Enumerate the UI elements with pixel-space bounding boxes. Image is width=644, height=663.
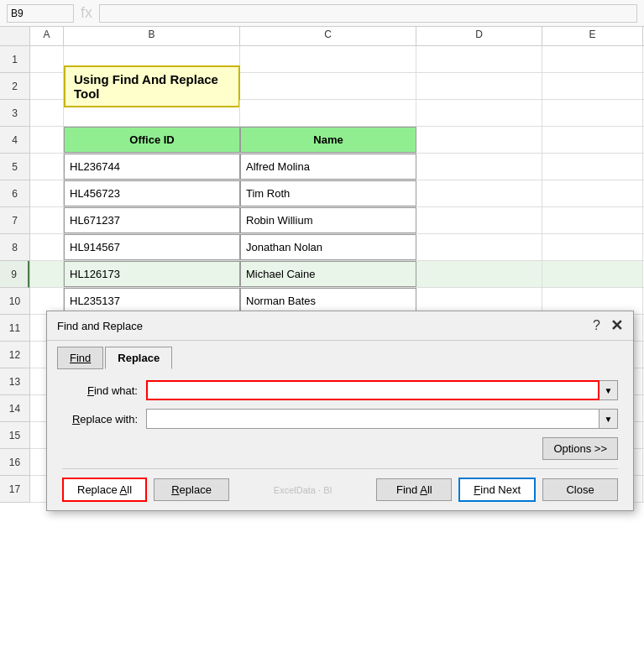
row-num-17[interactable]: 17	[0, 476, 29, 503]
cell-d5[interactable]	[416, 154, 542, 180]
replace-with-input-wrap: ▼	[146, 409, 618, 429]
cell-c4-header[interactable]: Name	[240, 127, 416, 153]
tab-find[interactable]: Find	[57, 347, 103, 369]
replace-with-input[interactable]	[146, 409, 599, 429]
row-num-2[interactable]: 2	[0, 73, 29, 100]
replace-all-button[interactable]: Replace All	[62, 478, 147, 502]
tab-find-label: Find	[70, 352, 91, 364]
cell-b8[interactable]: HL914567	[64, 234, 240, 260]
cell-b4-header[interactable]: Office ID	[64, 127, 240, 153]
cell-e1[interactable]	[542, 46, 643, 72]
cell-d8[interactable]	[416, 234, 542, 260]
cell-a9[interactable]	[30, 261, 64, 287]
cell-c8[interactable]: Jonathan Nolan	[240, 234, 416, 260]
cell-d4[interactable]	[416, 127, 542, 153]
row-num-16[interactable]: 16	[0, 449, 29, 476]
col-header-e[interactable]: E	[542, 27, 643, 45]
cell-e8[interactable]	[542, 234, 643, 260]
dialog-title-bar: Find and Replace ? ✕	[47, 311, 633, 341]
cell-d3[interactable]	[416, 100, 542, 126]
help-icon[interactable]: ?	[593, 318, 600, 333]
row-num-11[interactable]: 11	[0, 315, 29, 342]
col-header-d[interactable]: D	[416, 27, 542, 45]
row-num-3[interactable]: 3	[0, 100, 29, 127]
cell-a3[interactable]	[30, 100, 64, 126]
row-num-7[interactable]: 7	[0, 207, 29, 234]
cell-c9[interactable]: Michael Caine	[240, 261, 416, 287]
row-num-8[interactable]: 8	[0, 234, 29, 261]
cell-b3[interactable]	[64, 100, 240, 126]
dialog-body: Find what: ▼ Replace with: ▼ Options >> …	[47, 368, 633, 510]
cell-e2[interactable]	[542, 73, 643, 99]
cell-d9[interactable]	[416, 261, 542, 287]
table-row: Using Find And Replace Tool	[30, 73, 644, 100]
col-header-c[interactable]: C	[240, 27, 416, 45]
cell-e4[interactable]	[542, 127, 643, 153]
cell-d7[interactable]	[416, 207, 542, 233]
name-box[interactable]: B9	[7, 4, 74, 23]
cell-c3[interactable]	[240, 100, 416, 126]
row-num-9[interactable]: 9	[0, 261, 29, 288]
cell-a6[interactable]	[30, 180, 64, 206]
cell-b6[interactable]: HL456723	[64, 180, 240, 206]
cell-e3[interactable]	[542, 100, 643, 126]
cell-e6[interactable]	[542, 180, 643, 206]
cell-a8[interactable]	[30, 234, 64, 260]
cell-a2[interactable]	[30, 73, 64, 99]
cell-c6[interactable]: Tim Roth	[240, 180, 416, 206]
row-num-6[interactable]: 6	[0, 180, 29, 207]
cell-d2[interactable]	[416, 73, 542, 99]
cell-d1[interactable]	[416, 46, 542, 72]
tab-replace[interactable]: Replace	[105, 347, 172, 369]
find-next-button[interactable]: Find Next	[458, 478, 536, 502]
cell-b7[interactable]: HL671237	[64, 207, 240, 233]
replace-button[interactable]: Replace	[154, 478, 229, 501]
table-row: HL671237 Robin Willium	[30, 207, 644, 234]
row-num-15[interactable]: 15	[0, 422, 29, 449]
table-row	[30, 100, 644, 127]
cell-a5[interactable]	[30, 154, 64, 180]
find-all-button[interactable]: Find All	[376, 478, 452, 501]
cell-e9[interactable]	[542, 261, 643, 287]
cell-a4[interactable]	[30, 127, 64, 153]
cell-e7[interactable]	[542, 207, 643, 233]
col-header-b[interactable]: B	[64, 27, 240, 45]
table-row: HL126173 Michael Caine	[30, 261, 644, 288]
row-num-12[interactable]: 12	[0, 342, 29, 368]
cell-e5[interactable]	[542, 154, 643, 180]
row-numbers: 1 2 3 4 5 6 7 8 9 10 11 12 13 14 15 16 1…	[0, 46, 30, 503]
row-num-5[interactable]: 5	[0, 154, 29, 180]
replace-with-label: Replace with:	[62, 413, 146, 425]
watermark-text: ExcelData · BI	[274, 485, 332, 495]
cell-c2[interactable]	[240, 73, 416, 99]
row-num-4[interactable]: 4	[0, 127, 29, 154]
dialog-title: Find and Replace	[57, 320, 143, 332]
find-replace-dialog: Find and Replace ? ✕ Find Replace Find w…	[46, 311, 634, 511]
close-icon[interactable]: ✕	[610, 318, 623, 333]
row-num-14[interactable]: 14	[0, 395, 29, 422]
cell-a7[interactable]	[30, 207, 64, 233]
find-what-label: Find what:	[62, 384, 146, 397]
row-num-13[interactable]: 13	[0, 368, 29, 395]
close-button[interactable]: Close	[542, 478, 618, 501]
cell-a1[interactable]	[30, 46, 64, 72]
find-what-input[interactable]	[146, 380, 599, 400]
formula-bar[interactable]	[99, 4, 637, 23]
cell-b9[interactable]: HL126173	[64, 261, 240, 287]
col-header-a[interactable]: A	[30, 27, 64, 45]
cell-b2[interactable]: Using Find And Replace Tool	[64, 73, 240, 99]
find-what-dropdown[interactable]: ▼	[599, 380, 618, 400]
row-num-1[interactable]: 1	[0, 46, 29, 73]
row-num-10[interactable]: 10	[0, 288, 29, 315]
replace-with-dropdown[interactable]: ▼	[599, 409, 618, 429]
buttons-row: Replace All Replace ExcelData · BI Find …	[62, 468, 618, 502]
cell-d6[interactable]	[416, 180, 542, 206]
cell-c1[interactable]	[240, 46, 416, 72]
options-button[interactable]: Options >>	[542, 437, 618, 460]
cell-c5[interactable]: Alfred Molina	[240, 154, 416, 180]
cell-b5[interactable]: HL236744	[64, 154, 240, 180]
table-row: Office ID Name	[30, 127, 644, 154]
cell-c7[interactable]: Robin Willium	[240, 207, 416, 233]
replace-with-row: Replace with: ▼	[62, 409, 618, 429]
formula-bar-area: B9 fx	[0, 0, 644, 27]
